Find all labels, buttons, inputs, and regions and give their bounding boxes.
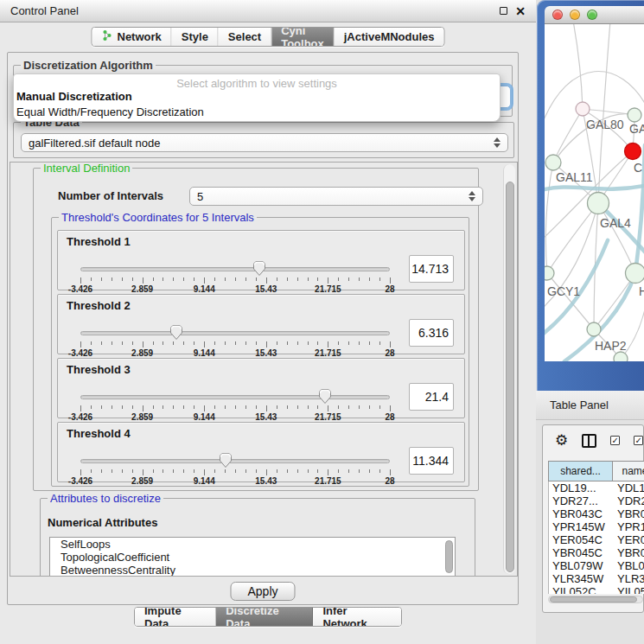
slider-track[interactable] [80,459,390,463]
tick-mark [204,277,205,284]
scrollbar-thumb[interactable] [506,182,514,572]
column-header-name[interactable]: name [613,461,644,481]
tick-mark [348,469,349,473]
minimize-traffic-light-icon[interactable] [570,10,580,20]
number-of-intervals-combobox[interactable]: 5 [189,187,483,206]
table-panel-header: Table Panel [536,391,644,420]
threshold-value-field[interactable]: 21.4 [409,383,454,411]
table-row[interactable]: YER054CYER054C [549,533,644,546]
HAP2-node[interactable] [587,322,601,336]
algorithm-option-equal-width-frequency-discretization[interactable]: Equal Width/Frequency Discretization [14,105,500,120]
tab-network[interactable]: Network [92,28,171,46]
GAL4-node[interactable] [588,193,609,214]
tick-mark [308,469,309,473]
tick-mark [183,341,184,345]
attribute-item-selfloops[interactable]: SelfLoops [50,538,455,551]
table-row[interactable]: YBR043CYBR043C [549,507,644,520]
tick-mark [173,341,174,345]
tick-mark [348,277,349,281]
zoom-traffic-light-icon[interactable] [587,10,597,20]
tab-impute-data[interactable]: Impute Data [135,608,216,626]
table-row[interactable]: YLR345WYLR345W [549,572,644,585]
table-row[interactable]: YPR145WYPR145W [549,520,644,533]
tick-mark [359,277,360,281]
tab-jactivemnodules[interactable]: jActiveMNodules [335,28,444,46]
tick-mark [328,341,328,348]
tick-mark [101,405,102,409]
slider-thumb[interactable] [219,452,233,469]
apply-button[interactable]: Apply [230,582,295,601]
attribute-item-topologicalcoefficient[interactable]: TopologicalCoefficient [50,551,455,564]
tab-select[interactable]: Select [219,28,271,46]
tick-mark [287,469,288,473]
slider-thumb[interactable] [318,388,332,405]
node[interactable] [614,352,628,361]
tick-mark [204,469,205,475]
tick-mark [214,277,215,281]
table-row[interactable]: YBL079WYBL079W [549,559,644,572]
threshold-label: Threshold 1 [67,235,131,248]
algorithm-option-manual-discretization[interactable]: Manual Discretization [14,89,500,105]
GCY1-node[interactable] [545,266,554,280]
discretization-algorithm-group-title: Discretization Algorithm [21,59,156,72]
algorithm-dropdown-options: Manual DiscretizationEqual Width/Frequen… [14,89,500,120]
attributes-list-scrollbar[interactable] [445,540,453,573]
tick-mark [297,469,298,473]
tick-mark [266,405,267,411]
table-row[interactable]: YDR27...YDR27... [549,494,644,507]
threshold-value-field[interactable]: 11.344 [409,447,454,475]
GAL11-node[interactable] [545,155,561,170]
checkbox-icon[interactable]: ✓ [610,436,620,445]
table-data-combobox[interactable]: galFiltered.sif default node [21,133,508,152]
red-node[interactable] [625,143,641,160]
tick-mark [132,341,133,345]
close-traffic-light-icon[interactable] [552,10,563,20]
checkbox-icon[interactable]: ✓ [634,436,643,445]
GAL80-node[interactable] [576,102,590,116]
tick-mark [338,469,339,473]
threshold-value-field[interactable]: 6.316 [409,319,454,347]
right-side-panels: GAL80GACGAL11GAL4GCY1HHAP2 Table Panel ⚙… [536,0,644,644]
tick-mark [143,341,143,348]
tick-mark [256,469,257,473]
tick-mark [317,405,318,409]
table-row[interactable]: YIL052CYIL052C [549,585,644,594]
table-panel-title: Table Panel [550,399,609,411]
network-window-frame: GAL80GACGAL11GAL4GCY1HHAP2 [537,0,644,391]
gear-icon[interactable]: ⚙ [555,433,568,448]
network-view-canvas[interactable]: GAL80GACGAL11GAL4GCY1HHAP2 [545,24,644,361]
tick-mark [101,469,102,473]
top-tab-bar: NetworkStyleSelectCyni ToolboxjActiveMNo… [91,27,444,47]
table-horizontal-scrollbar[interactable] [548,596,643,603]
float-icon[interactable] [500,7,507,15]
tick-mark [390,341,391,348]
combo-spinner-icon [469,191,475,201]
attribute-item-betweennesscentrality[interactable]: BetweennessCentrality [50,564,455,577]
tab-discretize-data[interactable]: Discretize Data [216,608,313,626]
slider-track[interactable] [80,331,390,335]
column-header-shared[interactable]: shared... [548,461,613,481]
scrollbar-thumb[interactable] [550,596,637,603]
split-column-icon[interactable] [582,434,596,448]
slider-track[interactable] [80,267,390,271]
tick-mark [328,405,328,411]
table-row[interactable]: YBR045CYBR045C [549,546,644,559]
table-row[interactable]: YDL19...YDL19... [549,481,644,494]
tick-mark [266,277,267,284]
tick-mark [245,341,246,345]
tick-label: -3.426 [68,476,92,486]
node[interactable] [626,264,644,284]
numerical-attributes-list[interactable]: SelfLoopsTopologicalCoefficientBetweenne… [49,537,456,577]
tab-style[interactable]: Style [172,28,219,46]
tab-cyni-toolbox[interactable]: Cyni Toolbox [271,28,335,46]
slider-thumb[interactable] [169,324,183,341]
threshold-value-field[interactable]: 14.713 [409,255,454,283]
tick-mark [317,277,318,281]
close-icon[interactable]: ✕ [515,7,526,16]
tab-label: Network [117,30,161,43]
node[interactable] [628,108,641,122]
slider-thumb[interactable] [252,260,266,277]
slider-track[interactable] [80,395,390,399]
tab-infer-network[interactable]: Infer Network [313,608,401,626]
panel-vertical-scrollbar[interactable] [503,164,515,574]
